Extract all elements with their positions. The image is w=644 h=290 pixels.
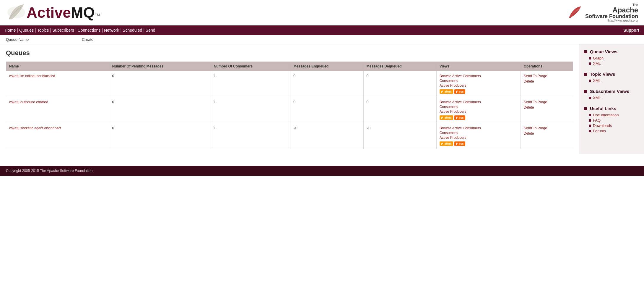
rss-icon [456, 90, 459, 93]
nav-network[interactable]: Network [104, 28, 119, 33]
apache-name: Apache [585, 7, 638, 14]
queue-dequeued-cell: 0 [363, 71, 436, 97]
sidebar-documentation-link[interactable]: Documentation [593, 113, 619, 117]
sidebar-faq-link[interactable]: FAQ [593, 118, 601, 123]
consumers-link[interactable]: Consumers [440, 79, 518, 83]
browse-active-link[interactable]: Browse Active Consumers [440, 100, 518, 104]
views-cell-content: Browse Active Consumers Consumers Active… [440, 100, 518, 120]
sidebar-graph-link[interactable]: Graph [593, 56, 604, 60]
sidebar-topic-xml-bullet [589, 80, 591, 82]
toolbar-create-button[interactable]: Create [82, 37, 93, 42]
svg-point-6 [456, 144, 457, 145]
sidebar-topic-views-xml: XML [589, 78, 639, 83]
sidebar-useful-links-label: Useful Links [590, 106, 616, 111]
sidebar-subscribers-xml-link[interactable]: XML [593, 96, 601, 100]
ops-cell-content: Send To Purge Delete [524, 74, 570, 83]
browse-active-link[interactable]: Browse Active Consumers [440, 74, 518, 78]
delete-link[interactable]: Delete [524, 105, 570, 109]
nav-send[interactable]: Send [146, 28, 155, 33]
sidebar-documentation-item: Documentation [589, 113, 639, 117]
rss-icon [456, 142, 459, 145]
queue-name-cell: cskefu.im.onlineuser.blacklist [6, 71, 109, 97]
navbar: Home | Queues | Topics | Subscribers | C… [0, 25, 644, 35]
consumers-link[interactable]: Consumers [440, 131, 518, 135]
rss-badge[interactable]: rss [454, 115, 465, 120]
page-footer: Copyright 2005-2015 The Apache Software … [0, 166, 644, 176]
producers-link[interactable]: Active Producers [440, 83, 518, 88]
sidebar-queue-views-label: Queue Views [590, 49, 617, 54]
sidebar-topic-xml-link[interactable]: XML [593, 78, 601, 83]
atom-badge[interactable]: atom [440, 115, 453, 120]
atom-badge[interactable]: atom [440, 89, 453, 94]
sidebar-forums-link[interactable]: Forums [593, 129, 606, 133]
col-enqueued: Messages Enqueued [290, 62, 363, 71]
ops-cell-content: Send To Purge Delete [524, 100, 570, 109]
apache-text: The Apache Software Foundation http://ww… [585, 3, 638, 22]
atom-icon [441, 142, 444, 145]
feed-badges: atom rss [440, 89, 518, 94]
queue-pending-cell: 0 [109, 123, 211, 149]
queue-name-link[interactable]: cskefu.outbound.chatbot [9, 100, 48, 104]
svg-point-5 [441, 144, 442, 145]
col-views: Views [436, 62, 521, 71]
nav-subscribers[interactable]: Subscribers [52, 28, 74, 33]
rss-badge[interactable]: rss [454, 141, 465, 146]
delete-link[interactable]: Delete [524, 131, 570, 136]
sidebar-queue-views-graph: Graph [589, 56, 639, 60]
send-to-link[interactable]: Send To Purge [524, 126, 570, 130]
sidebar-downloads-link[interactable]: Downloads [593, 123, 612, 128]
col-operations: Operations [521, 62, 573, 71]
sidebar: Queue Views Graph XML Topic Views XML [579, 44, 644, 154]
queue-enqueued-cell: 0 [290, 97, 363, 123]
send-to-link[interactable]: Send To Purge [524, 74, 570, 78]
send-to-link[interactable]: Send To Purge [524, 100, 570, 104]
logo-text-area: ActiveMQTM [27, 4, 100, 21]
rss-badge[interactable]: rss [454, 89, 465, 94]
atom-icon [441, 90, 444, 93]
consumers-link[interactable]: Consumers [440, 105, 518, 109]
browse-active-link[interactable]: Browse Active Consumers [440, 126, 518, 130]
nav-connections[interactable]: Connections [78, 28, 101, 33]
page-title: Queues [6, 49, 573, 57]
sidebar-useful-links-bullet [584, 107, 587, 110]
sidebar-faq-bullet [589, 119, 591, 122]
table-row: cskefu.im.onlineuser.blacklist0100 Brows… [6, 71, 573, 97]
nav-support[interactable]: Support [623, 28, 639, 33]
delete-link[interactable]: Delete [524, 79, 570, 83]
sidebar-forums-item: Forums [589, 129, 639, 133]
queue-views-cell: Browse Active Consumers Consumers Active… [436, 71, 521, 97]
producers-link[interactable]: Active Producers [440, 136, 518, 140]
nav-sep-4: | [75, 28, 77, 33]
nav-home[interactable]: Home [5, 28, 16, 33]
atom-badge[interactable]: atom [440, 141, 453, 146]
sidebar-subscribers-views-title: Subscribers Views [584, 89, 639, 94]
sidebar-subscribers-views-label: Subscribers Views [590, 89, 629, 94]
sidebar-subscribers-views-bullet [584, 90, 587, 93]
page-header: ActiveMQTM The Apache Software Foundatio… [0, 0, 644, 25]
sidebar-faq-item: FAQ [589, 118, 639, 123]
nav-scheduled[interactable]: Scheduled [123, 28, 142, 33]
sidebar-queue-views-section: Queue Views Graph XML [584, 49, 639, 66]
queue-name-link[interactable]: cskefu.socketio.agent.disconnect [9, 126, 61, 130]
queue-enqueued-cell: 20 [290, 123, 363, 149]
main-content: Queues Name ↑ Number Of Pending Messages… [0, 44, 644, 154]
sidebar-queue-views-xml: XML [589, 61, 639, 66]
sidebar-topic-views-label: Topic Views [590, 72, 615, 77]
sidebar-queue-views-title: Queue Views [584, 49, 639, 54]
producers-link[interactable]: Active Producers [440, 109, 518, 114]
table-header-row: Name ↑ Number Of Pending Messages Number… [6, 62, 573, 71]
sidebar-downloads-item: Downloads [589, 123, 639, 128]
nav-sep-2: | [35, 28, 36, 33]
sidebar-queue-xml-link[interactable]: XML [593, 61, 601, 66]
nav-topics[interactable]: Topics [37, 28, 49, 33]
queue-name-cell: cskefu.socketio.agent.disconnect [6, 123, 109, 149]
queue-name-cell: cskefu.outbound.chatbot [6, 97, 109, 123]
queue-operations-cell: Send To Purge Delete [521, 97, 573, 123]
nav-queues[interactable]: Queues [19, 28, 34, 33]
queue-name-link[interactable]: cskefu.im.onlineuser.blacklist [9, 74, 55, 78]
sidebar-topic-views-bullet [584, 73, 587, 76]
queue-consumers-cell: 1 [211, 97, 290, 123]
col-consumers: Number Of Consumers [211, 62, 290, 71]
sidebar-downloads-bullet [589, 125, 591, 127]
queues-table: Name ↑ Number Of Pending Messages Number… [6, 62, 573, 149]
